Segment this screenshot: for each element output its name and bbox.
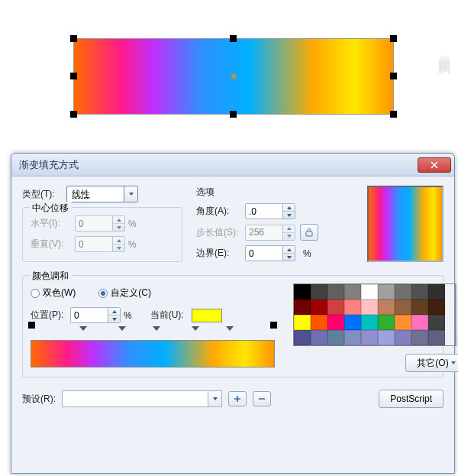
position-spinner[interactable] <box>70 307 121 323</box>
palette-cell[interactable] <box>327 330 344 345</box>
resize-handle-bottom-right[interactable] <box>390 111 397 118</box>
angle-label: 角度(A): <box>196 205 245 218</box>
step-spinner <box>245 225 295 241</box>
edge-spinner[interactable] <box>245 245 295 261</box>
palette-cell[interactable] <box>361 315 378 330</box>
close-button[interactable] <box>418 157 451 173</box>
custom-radio-label: 自定义(C) <box>111 287 151 300</box>
palette-cell[interactable] <box>327 315 344 330</box>
gradient-midpoint[interactable] <box>226 323 234 329</box>
edge-spin-buttons[interactable] <box>282 246 295 261</box>
vertical-spinner <box>75 236 125 252</box>
resize-handle-top-mid[interactable] <box>230 35 237 42</box>
position-percent: % <box>124 310 132 321</box>
palette-cell[interactable] <box>327 284 344 300</box>
palette-cell[interactable] <box>395 284 411 300</box>
postscript-button[interactable]: PostScript <box>379 390 443 408</box>
palette-cell[interactable] <box>428 330 445 345</box>
palette-cell[interactable] <box>311 330 327 345</box>
gradient-midpoint[interactable] <box>118 323 126 329</box>
vertical-percent: % <box>128 239 137 250</box>
resize-handle-bottom-mid[interactable] <box>230 111 237 118</box>
palette-cell[interactable] <box>411 315 428 330</box>
gradient-preview <box>367 186 443 262</box>
color-harmony-group: 颜色调和 双色(W) 自定义(C) 位置(P): % 当前(U): <box>22 275 443 377</box>
resize-handle-top-right[interactable] <box>390 35 397 42</box>
edge-input[interactable] <box>246 247 282 260</box>
palette-cell[interactable] <box>411 284 428 300</box>
palette-cell[interactable] <box>344 330 361 345</box>
two-color-radio-label: 双色(W) <box>43 287 76 300</box>
position-input[interactable] <box>71 309 108 322</box>
palette-cell[interactable] <box>344 300 361 315</box>
preset-combo[interactable] <box>62 390 222 407</box>
palette-cell[interactable] <box>361 330 378 345</box>
position-spin-buttons[interactable] <box>108 308 120 322</box>
palette-cell[interactable] <box>395 330 411 345</box>
vertical-input <box>76 238 112 251</box>
palette-cell[interactable] <box>378 315 395 330</box>
palette-cell[interactable] <box>294 315 311 330</box>
chevron-down-icon <box>208 391 221 406</box>
two-color-radio[interactable]: 双色(W) <box>31 287 76 300</box>
palette-cell[interactable] <box>428 284 445 300</box>
color-palette[interactable] <box>293 283 456 346</box>
palette-cell[interactable] <box>361 284 378 300</box>
palette-cell[interactable] <box>378 300 395 315</box>
canvas[interactable]: 爱创根知识网 × <box>0 0 458 153</box>
gradient-midpoint[interactable] <box>192 323 199 329</box>
palette-cell[interactable] <box>395 300 411 315</box>
palette-cell[interactable] <box>411 330 428 345</box>
titlebar[interactable]: 渐变填充方式 <box>11 154 454 176</box>
preset-label: 预设(R): <box>22 393 56 406</box>
palette-cell[interactable] <box>327 300 344 315</box>
palette-cell[interactable] <box>294 284 311 300</box>
palette-cell[interactable] <box>294 300 311 315</box>
other-colors-button[interactable]: 其它(O) <box>405 354 458 372</box>
angle-spinner[interactable] <box>245 203 295 219</box>
palette-cell[interactable] <box>344 315 361 330</box>
palette-cell[interactable] <box>378 284 395 300</box>
palette-cell[interactable] <box>378 330 395 345</box>
remove-preset-button[interactable] <box>253 391 271 406</box>
center-shift-group: 中心位移 水平(I): % 垂直(V): <box>22 207 182 262</box>
position-label: 位置(P): <box>31 309 70 322</box>
current-color-swatch[interactable] <box>192 309 222 322</box>
gradient-stop-start[interactable] <box>28 322 35 329</box>
gradient-midpoint[interactable] <box>153 323 160 329</box>
resize-handle-mid-left[interactable] <box>70 73 77 79</box>
palette-cell[interactable] <box>395 315 411 330</box>
lock-icon <box>305 228 314 237</box>
type-label: 类型(T): <box>22 188 66 201</box>
type-combo-value: 线性 <box>67 188 124 201</box>
gradient-stop-end[interactable] <box>270 322 277 329</box>
palette-cell[interactable] <box>311 315 327 330</box>
selected-gradient-rect[interactable]: × <box>73 38 394 115</box>
palette-cell[interactable] <box>311 300 327 315</box>
palette-cell[interactable] <box>428 315 445 330</box>
angle-input[interactable] <box>246 205 282 218</box>
color-harmony-title: 颜色调和 <box>29 270 72 283</box>
minus-icon <box>258 395 266 403</box>
resize-handle-mid-right[interactable] <box>390 73 397 79</box>
resize-handle-top-left[interactable] <box>70 35 77 42</box>
gradient-midpoint[interactable] <box>79 323 87 329</box>
palette-cell[interactable] <box>428 300 445 315</box>
resize-handle-bottom-left[interactable] <box>70 111 77 118</box>
gradient-editor-bar[interactable] <box>31 340 275 368</box>
lock-button[interactable] <box>300 224 318 241</box>
palette-cell[interactable] <box>411 300 428 315</box>
type-combo[interactable]: 线性 <box>66 186 138 202</box>
current-label: 当前(U): <box>150 309 192 322</box>
center-marker[interactable]: × <box>230 73 237 80</box>
horizontal-input <box>76 217 112 230</box>
gradient-fill-dialog: 渐变填充方式 类型(T): 线性 中心位移 水平(I): <box>11 153 455 474</box>
palette-cell[interactable] <box>344 284 361 300</box>
palette-cell[interactable] <box>361 300 378 315</box>
angle-spin-buttons[interactable] <box>282 204 295 219</box>
palette-cell[interactable] <box>294 330 311 345</box>
custom-radio[interactable]: 自定义(C) <box>98 287 151 300</box>
palette-cell[interactable] <box>311 284 327 300</box>
edge-percent: % <box>303 248 311 259</box>
add-preset-button[interactable] <box>228 391 247 406</box>
